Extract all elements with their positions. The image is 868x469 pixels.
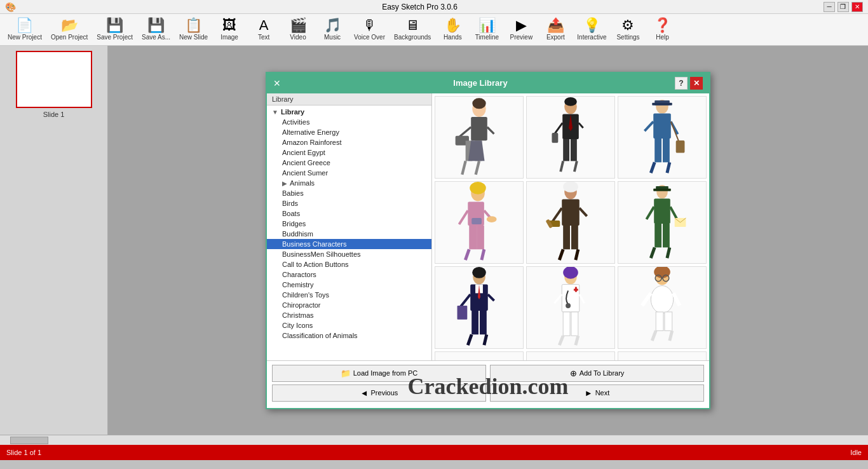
svg-line-100	[670, 330, 672, 341]
tree-item-city-icons[interactable]: City Icons	[267, 320, 431, 330]
restore-button[interactable]: ❒	[837, 2, 849, 12]
image-cell-9[interactable]	[618, 266, 707, 349]
tree-item-call-to-action[interactable]: Call to Action Buttons	[267, 259, 431, 269]
image-cell-12[interactable]	[618, 351, 707, 360]
tree-item-chiropractor[interactable]: Chiropractor	[267, 300, 431, 310]
svg-rect-1	[471, 117, 487, 140]
tree-item-library-root[interactable]: ▼Library	[267, 107, 431, 117]
open-project-label: Open Project	[51, 34, 88, 41]
svg-rect-23	[653, 113, 671, 138]
tree-item-ancient-greece[interactable]: Ancient Greece	[267, 158, 431, 168]
next-button[interactable]: ► Next	[490, 384, 704, 402]
slide-info: Slide 1 of 1	[6, 449, 41, 456]
svg-line-95	[642, 293, 651, 306]
image-library-dialog: ✕ Image Library ? ✕ Library ▼LibraryActi…	[266, 72, 710, 409]
tree-item-alt-energy[interactable]: Alternative Energy	[267, 127, 431, 137]
svg-line-53	[576, 249, 578, 260]
image-cell-7[interactable]	[435, 266, 524, 349]
image-cell-8[interactable]	[526, 266, 615, 349]
svg-rect-72	[458, 306, 468, 320]
svg-point-83	[566, 303, 571, 308]
tree-item-businessmen-sil[interactable]: BusinessMen Silhouettes	[267, 249, 431, 259]
image-cell-3[interactable]	[618, 96, 707, 179]
image-cell-10[interactable]	[435, 351, 524, 360]
dialog-help-button[interactable]: ?	[675, 77, 688, 90]
business-figure-11	[527, 352, 614, 360]
bottom-scrollbar[interactable]	[0, 435, 868, 445]
image-cell-1[interactable]	[435, 96, 524, 179]
tree-item-babies[interactable]: Babies	[267, 188, 431, 198]
business-figure-10	[435, 352, 523, 360]
svg-rect-44	[471, 218, 482, 224]
image-cell-6[interactable]	[618, 181, 707, 264]
preview-label: Preview	[510, 34, 533, 41]
toolbar-item-preview[interactable]: ▶Preview	[505, 17, 538, 43]
toolbar-item-export[interactable]: 📤Export	[539, 17, 572, 43]
toolbar-item-text[interactable]: AText	[247, 17, 280, 43]
tree-item-chemistry[interactable]: Chemistry	[267, 280, 431, 290]
tree-item-boats[interactable]: Boats	[267, 208, 431, 219]
toolbar-item-new-project[interactable]: 📄New Project	[4, 17, 46, 43]
previous-button[interactable]: ◄ Previous	[272, 384, 486, 402]
dialog-close-button[interactable]: ✕	[690, 77, 703, 90]
horizontal-scroll-thumb[interactable]	[10, 437, 48, 444]
image-cell-2[interactable]	[526, 96, 615, 179]
tree-item-ancient-sumer[interactable]: Ancient Sumer	[267, 168, 431, 178]
preview-icon: ▶	[516, 18, 527, 32]
toolbar-item-new-slide[interactable]: 📋New Slide	[175, 17, 212, 43]
toolbar-item-music[interactable]: 🎵Music	[316, 17, 349, 43]
tree-item-amazon[interactable]: Amazon Rainforest	[267, 137, 431, 147]
tree-item-business-chars[interactable]: Business Characters	[267, 239, 431, 249]
library-tree: Library ▼LibraryActivitiesAlternative En…	[267, 93, 432, 360]
svg-rect-50	[563, 225, 570, 248]
toolbar-item-open-project[interactable]: 📂Open Project	[47, 17, 92, 43]
image-icon: 🖼	[222, 18, 236, 32]
tree-item-class-animals[interactable]: Classification of Animals	[267, 330, 431, 341]
svg-rect-16	[563, 139, 569, 160]
tree-item-christmas[interactable]: Christmas	[267, 310, 431, 320]
toolbar-item-timeline[interactable]: 📊Timeline	[470, 17, 503, 43]
svg-line-47	[552, 208, 562, 222]
tree-item-buddhism[interactable]: Buddhism	[267, 229, 431, 239]
toolbar-item-video[interactable]: 🎬Video	[281, 17, 315, 43]
tree-item-bridges[interactable]: Bridges	[267, 219, 431, 229]
toolbar-item-image[interactable]: 🖼Image	[213, 17, 246, 43]
window-close-button[interactable]: ✕	[851, 2, 863, 12]
tree-item-charactors[interactable]: Charactors	[267, 269, 431, 280]
add-to-library-button[interactable]: ⊕ Add To Library	[490, 365, 704, 382]
toolbar-item-backgrounds[interactable]: 🖥Backgrounds	[390, 17, 435, 43]
image-cell-11[interactable]	[526, 351, 615, 360]
toolbar-item-hands[interactable]: ✋Hands	[436, 17, 469, 43]
svg-line-7	[462, 161, 465, 174]
tree-item-animals[interactable]: ▶Animals	[267, 178, 431, 188]
tree-item-ancient-egypt[interactable]: Ancient Egypt	[267, 147, 431, 158]
svg-line-19	[574, 161, 577, 172]
toolbar-item-help[interactable]: ❓Help	[646, 17, 679, 43]
expand-arrow: ▶	[282, 180, 287, 187]
minimize-button[interactable]: ─	[824, 2, 835, 12]
svg-rect-97	[656, 311, 663, 330]
load-image-button[interactable]: 📁 Load Image from PC	[272, 365, 486, 382]
image-cell-4[interactable]	[435, 181, 524, 264]
voice-over-label: Voice Over	[354, 34, 385, 41]
business-figure-3	[618, 97, 706, 178]
tree-list[interactable]: ▼LibraryActivitiesAlternative EnergyAmaz…	[267, 105, 431, 360]
svg-rect-27	[663, 138, 670, 161]
svg-rect-68	[653, 188, 671, 191]
slide-thumbnail[interactable]	[16, 51, 92, 108]
svg-line-77	[484, 334, 487, 345]
toolbar-item-interactive[interactable]: 💡Interactive	[573, 17, 610, 43]
tree-item-birds[interactable]: Birds	[267, 198, 431, 208]
toolbar-item-save-project[interactable]: 💾Save Project	[93, 17, 137, 43]
dialog-x-button[interactable]: ✕	[273, 78, 281, 88]
tree-item-activities[interactable]: Activities	[267, 117, 431, 127]
toolbar-item-settings[interactable]: ⚙Settings	[611, 17, 644, 43]
toolbar-item-voice-over[interactable]: 🎙Voice Over	[350, 17, 389, 43]
image-cell-5[interactable]	[526, 181, 615, 264]
image-grid-area[interactable]	[432, 93, 709, 360]
toolbar-item-save-as[interactable]: 💾Save As...	[138, 17, 174, 43]
tree-item-childrens-toys[interactable]: Children's Toys	[267, 290, 431, 300]
svg-rect-33	[676, 140, 685, 153]
timeline-icon: 📊	[478, 18, 496, 32]
svg-line-65	[651, 247, 654, 258]
